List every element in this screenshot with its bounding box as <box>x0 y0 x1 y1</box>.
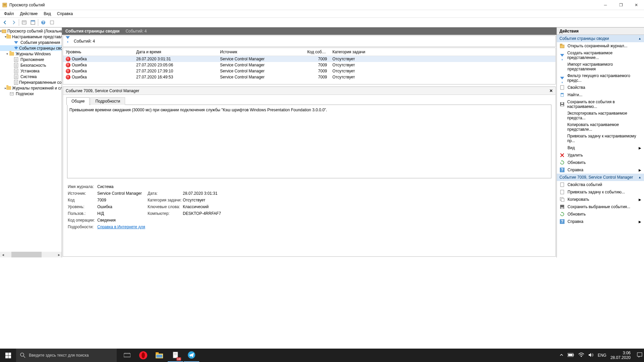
event-fields: Имя журнала: Система Источник: Service C… <box>68 184 551 229</box>
tree-app-services[interactable]: ▸ Журналы приложений и служб <box>0 85 62 91</box>
volume-icon[interactable] <box>588 353 594 358</box>
action-item[interactable]: Сохранить выбранные события... <box>557 203 644 210</box>
action-item[interactable]: Свойства событий <box>557 181 644 188</box>
actions-section-1[interactable]: События страницы сводки ▲ <box>557 35 644 42</box>
actions-section-2[interactable]: Событие 7009, Service Control Manager ▲ <box>557 174 644 181</box>
search-box[interactable]: Введите здесь текст для поиска <box>16 349 117 362</box>
svg-rect-42 <box>156 355 162 358</box>
col-id[interactable]: Код события <box>305 50 330 54</box>
action-item[interactable]: Привязать задачу к событию... <box>557 188 644 196</box>
actions-pane: Действия События страницы сводки ▲ Откры… <box>557 27 644 257</box>
tree-root[interactable]: ▾ Просмотр событий (Локальный) <box>0 28 62 34</box>
wifi-icon[interactable] <box>578 353 584 358</box>
tree-forwarded[interactable]: Перенаправленные события <box>0 79 62 85</box>
taskbar-opera[interactable] <box>136 349 151 362</box>
action-item[interactable]: Открыть сохраненный журнал... <box>557 42 644 50</box>
action-help[interactable]: ? Справка ▶ <box>557 166 644 174</box>
maximize-button[interactable]: ❐ <box>613 0 629 10</box>
event-row[interactable]: !Ошибка28.07.2020 3:01:31Service Control… <box>63 56 555 62</box>
scroll-right-icon[interactable]: ▸ <box>56 252 62 257</box>
action-refresh[interactable]: Обновить <box>557 159 644 166</box>
svg-point-34 <box>20 353 24 356</box>
svg-rect-14 <box>560 85 564 89</box>
action-item[interactable]: Копировать настраиваемое представле... <box>557 121 644 133</box>
battery-icon[interactable] <box>568 353 574 358</box>
event-row[interactable]: !Ошибка27.07.2020 23:05:06Service Contro… <box>63 62 555 68</box>
action-item[interactable]: Создать настраиваемое представление... <box>557 50 644 61</box>
taskbar-explorer[interactable] <box>152 349 167 362</box>
scroll-left-icon[interactable]: ◂ <box>0 252 6 257</box>
toolbar-btn-2[interactable] <box>29 19 37 26</box>
action-item[interactable]: Найти... <box>557 91 644 99</box>
col-source[interactable]: Источник <box>217 50 305 54</box>
val-source: Service Control Manager <box>97 191 148 196</box>
help-button[interactable]: ? <box>40 19 47 26</box>
tree-application[interactable]: Приложение <box>0 57 62 62</box>
minimize-button[interactable]: ─ <box>598 0 613 10</box>
lbl-keywords: Ключевые слова: <box>148 204 183 209</box>
close-button[interactable]: ✕ <box>629 0 644 10</box>
log-icon <box>14 63 19 68</box>
action-delete[interactable]: Удалить <box>557 152 644 159</box>
action-icon <box>559 92 565 98</box>
menu-action[interactable]: Действие <box>17 11 41 17</box>
action-item[interactable]: Сохранить все события в настраиваемо... <box>557 99 644 110</box>
lbl-source: Источник: <box>68 191 97 196</box>
menu-help[interactable]: Справка <box>54 11 75 17</box>
eventviewer-icon <box>2 28 6 34</box>
log-icon <box>14 57 19 62</box>
tree-scrollbar[interactable]: ◂ ▸ <box>0 252 62 257</box>
action-item[interactable]: Экспортировать настраиваемое предста... <box>557 110 644 121</box>
tree-admin-events[interactable]: События управления <box>0 40 62 45</box>
help-link[interactable]: Справка в Интернете для <box>97 225 145 229</box>
menu-file[interactable]: Файл <box>1 11 17 17</box>
action-item[interactable]: ?Справка▶ <box>557 218 644 225</box>
tree-windows-logs[interactable]: ▾ Журналы Windows <box>0 51 62 57</box>
col-date[interactable]: Дата и время <box>133 50 217 54</box>
folder-icon <box>6 85 11 91</box>
action-item[interactable]: Фильтр текущего настраиваемого предс... <box>557 72 644 84</box>
col-cat[interactable]: Категория задачи <box>330 50 373 54</box>
action-item[interactable]: Обновить <box>557 210 644 218</box>
taskbar-telegram[interactable] <box>184 349 199 362</box>
event-row[interactable]: !Ошибка27.07.2020 17:39:10Service Contro… <box>63 68 555 74</box>
tab-details[interactable]: Подробности <box>90 97 125 105</box>
actions-title: Действия <box>557 27 644 35</box>
svg-rect-37 <box>125 353 129 354</box>
tree-custom-views[interactable]: ▾ Настраиваемые представления <box>0 34 62 40</box>
action-item[interactable]: Копировать▶ <box>557 196 644 203</box>
tree-subscriptions[interactable]: Подписки <box>0 91 62 97</box>
event-row[interactable]: !Ошибка27.07.2020 16:49:53Service Contro… <box>63 74 555 80</box>
menu-view[interactable]: Вид <box>41 11 54 17</box>
tree-system[interactable]: Система <box>0 74 62 79</box>
back-button[interactable] <box>1 19 9 26</box>
tree-label: Установка <box>20 69 40 73</box>
start-button[interactable] <box>0 349 16 362</box>
clock-time: 3:06 <box>610 351 631 355</box>
forward-button[interactable] <box>10 19 17 26</box>
toolbar-btn-1[interactable] <box>20 19 28 26</box>
tray-chevron-icon[interactable] <box>559 353 564 358</box>
taskbar-eventviewer[interactable]: 16 <box>168 349 183 362</box>
action-view[interactable]: Вид ▶ <box>557 144 644 152</box>
col-level[interactable]: Уровень <box>63 50 133 54</box>
scroll-thumb[interactable] <box>11 252 42 257</box>
clock[interactable]: 3:06 28.07.2020 <box>610 351 633 360</box>
taskview-button[interactable] <box>119 349 135 362</box>
action-item[interactable]: Привязать задачу к настраиваемому пр... <box>557 133 644 144</box>
notifications-icon[interactable] <box>637 352 643 359</box>
tree-setup[interactable]: Установка <box>0 68 62 74</box>
action-item[interactable]: Свойства <box>557 84 644 91</box>
center-header-title: События страницы сводки <box>65 29 119 34</box>
action-item[interactable]: Импорт настраиваемого представления <box>557 61 644 72</box>
detail-close-button[interactable]: ✕ <box>549 88 553 93</box>
lbl-user: Пользов.: <box>68 211 97 216</box>
language-indicator[interactable]: ENG <box>598 353 606 358</box>
tab-general[interactable]: Общие <box>66 97 90 105</box>
action-label: Сохранить выбранные события... <box>568 204 630 209</box>
expander-icon[interactable]: ▾ <box>5 52 9 56</box>
tree-summary-events[interactable]: События страницы сводки <box>0 45 62 51</box>
svg-rect-16 <box>561 93 564 94</box>
toolbar-btn-3[interactable] <box>48 19 56 26</box>
tree-security[interactable]: Безопасность <box>0 62 62 68</box>
